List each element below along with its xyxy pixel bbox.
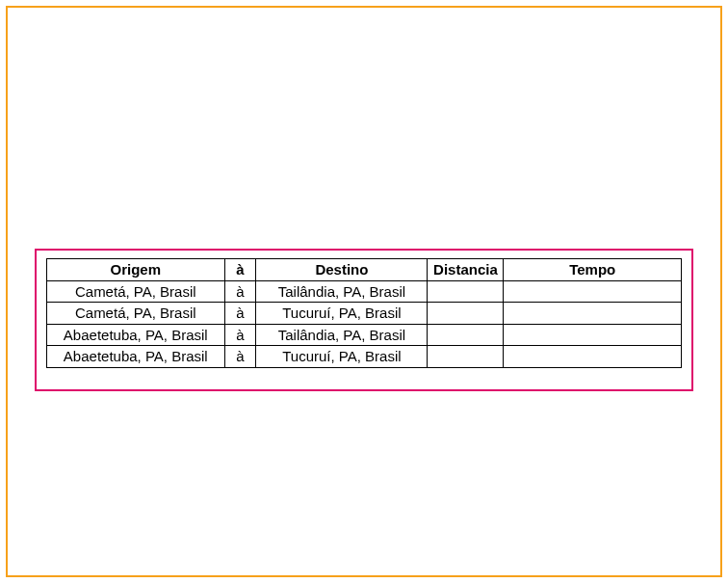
cell-origem: Cametá, PA, Brasil [47, 280, 225, 303]
cell-distancia [428, 324, 504, 346]
distance-table: Origem à Destino Distancia Tempo Cametá,… [46, 258, 682, 368]
cell-a: à [224, 346, 256, 368]
header-tempo: Tempo [504, 259, 682, 281]
cell-a: à [224, 324, 256, 346]
cell-tempo [504, 280, 682, 303]
cell-distancia [428, 346, 504, 368]
cell-tempo [504, 324, 682, 346]
cell-destino: Tucuruí, PA, Brasil [256, 303, 428, 325]
cell-destino: Tailândia, PA, Brasil [256, 280, 428, 303]
table-row: Cametá, PA, Brasil à Tucuruí, PA, Brasil [47, 303, 682, 325]
cell-distancia [428, 280, 504, 303]
header-destino: Destino [256, 259, 428, 281]
table-row: Cametá, PA, Brasil à Tailândia, PA, Bras… [47, 280, 682, 303]
header-a: à [224, 259, 256, 281]
cell-origem: Cametá, PA, Brasil [47, 303, 225, 325]
table-header-row: Origem à Destino Distancia Tempo [47, 259, 682, 281]
cell-tempo [504, 303, 682, 325]
cell-tempo [504, 346, 682, 368]
table-row: Abaetetuba, PA, Brasil à Tucuruí, PA, Br… [47, 346, 682, 368]
cell-origem: Abaetetuba, PA, Brasil [47, 324, 225, 346]
cell-distancia [428, 303, 504, 325]
table-row: Abaetetuba, PA, Brasil à Tailândia, PA, … [47, 324, 682, 346]
page-frame: Origem à Destino Distancia Tempo Cametá,… [6, 6, 722, 577]
header-distancia: Distancia [428, 259, 504, 281]
cell-a: à [224, 280, 256, 303]
cell-destino: Tailândia, PA, Brasil [256, 324, 428, 346]
table-container: Origem à Destino Distancia Tempo Cametá,… [35, 249, 693, 391]
cell-origem: Abaetetuba, PA, Brasil [47, 346, 225, 368]
cell-destino: Tucuruí, PA, Brasil [256, 346, 428, 368]
cell-a: à [224, 303, 256, 325]
header-origem: Origem [47, 259, 225, 281]
